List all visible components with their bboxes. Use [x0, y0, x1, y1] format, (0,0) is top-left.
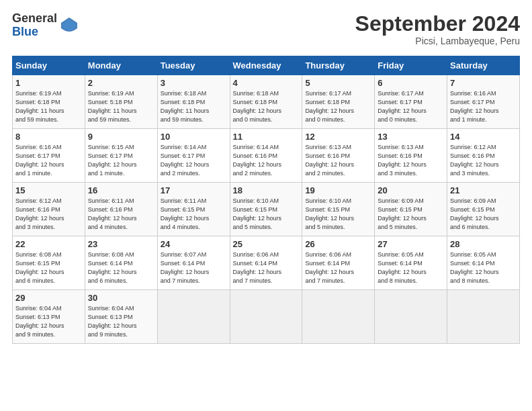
- page-header: General Blue September 2024 Picsi, Lamba…: [12, 12, 520, 46]
- day-info: Sunrise: 6:08 AM Sunset: 6:15 PM Dayligh…: [15, 250, 82, 285]
- table-row: 24Sunrise: 6:07 AM Sunset: 6:14 PM Dayli…: [157, 236, 230, 290]
- table-row: [302, 290, 375, 344]
- month-title: September 2024: [355, 12, 520, 36]
- day-number: 9: [88, 132, 154, 142]
- day-info: Sunrise: 6:05 AM Sunset: 6:14 PM Dayligh…: [378, 250, 444, 285]
- logo-icon: [60, 16, 79, 35]
- logo: General Blue: [12, 12, 79, 39]
- day-number: 24: [161, 239, 227, 249]
- day-number: 4: [233, 78, 300, 88]
- day-number: 3: [161, 78, 227, 88]
- table-row: 26Sunrise: 6:06 AM Sunset: 6:14 PM Dayli…: [302, 236, 375, 290]
- day-number: 29: [15, 293, 82, 303]
- table-row: 23Sunrise: 6:08 AM Sunset: 6:14 PM Dayli…: [85, 236, 157, 290]
- col-sunday: Sunday: [13, 56, 85, 75]
- day-number: 23: [88, 239, 154, 249]
- table-row: [157, 290, 230, 344]
- calendar-week-row: 29Sunrise: 6:04 AM Sunset: 6:13 PM Dayli…: [13, 290, 520, 344]
- day-number: 10: [161, 132, 227, 142]
- day-info: Sunrise: 6:17 AM Sunset: 6:17 PM Dayligh…: [378, 89, 444, 124]
- day-info: Sunrise: 6:06 AM Sunset: 6:14 PM Dayligh…: [233, 250, 300, 285]
- col-wednesday: Wednesday: [230, 56, 302, 75]
- day-number: 27: [378, 239, 444, 249]
- day-number: 15: [15, 185, 82, 195]
- table-row: 8Sunrise: 6:16 AM Sunset: 6:17 PM Daylig…: [13, 129, 85, 183]
- table-row: 10Sunrise: 6:14 AM Sunset: 6:17 PM Dayli…: [157, 129, 230, 183]
- table-row: 6Sunrise: 6:17 AM Sunset: 6:17 PM Daylig…: [375, 75, 447, 129]
- day-number: 8: [15, 132, 82, 142]
- table-row: 17Sunrise: 6:11 AM Sunset: 6:15 PM Dayli…: [157, 183, 230, 236]
- col-thursday: Thursday: [302, 56, 375, 75]
- table-row: 15Sunrise: 6:12 AM Sunset: 6:16 PM Dayli…: [13, 183, 85, 236]
- day-info: Sunrise: 6:05 AM Sunset: 6:14 PM Dayligh…: [450, 250, 517, 285]
- calendar-header-row: Sunday Monday Tuesday Wednesday Thursday…: [13, 56, 520, 75]
- table-row: 5Sunrise: 6:17 AM Sunset: 6:18 PM Daylig…: [302, 75, 375, 129]
- day-info: Sunrise: 6:09 AM Sunset: 6:15 PM Dayligh…: [450, 197, 517, 232]
- day-info: Sunrise: 6:04 AM Sunset: 6:13 PM Dayligh…: [88, 304, 154, 339]
- day-info: Sunrise: 6:13 AM Sunset: 6:16 PM Dayligh…: [305, 143, 371, 178]
- day-number: 20: [378, 185, 444, 195]
- table-row: 28Sunrise: 6:05 AM Sunset: 6:14 PM Dayli…: [447, 236, 520, 290]
- day-info: Sunrise: 6:14 AM Sunset: 6:17 PM Dayligh…: [161, 143, 227, 178]
- day-number: 14: [450, 132, 517, 142]
- day-info: Sunrise: 6:10 AM Sunset: 6:15 PM Dayligh…: [305, 197, 371, 232]
- logo-blue-text: Blue: [12, 26, 57, 39]
- day-number: 25: [233, 239, 300, 249]
- day-info: Sunrise: 6:19 AM Sunset: 6:18 PM Dayligh…: [15, 89, 82, 124]
- table-row: 21Sunrise: 6:09 AM Sunset: 6:15 PM Dayli…: [447, 183, 520, 236]
- table-row: [230, 290, 302, 344]
- table-row: 4Sunrise: 6:18 AM Sunset: 6:18 PM Daylig…: [230, 75, 302, 129]
- day-number: 12: [305, 132, 371, 142]
- table-row: 27Sunrise: 6:05 AM Sunset: 6:14 PM Dayli…: [375, 236, 447, 290]
- day-number: 5: [305, 78, 371, 88]
- day-info: Sunrise: 6:19 AM Sunset: 5:18 PM Dayligh…: [88, 89, 154, 124]
- day-info: Sunrise: 6:17 AM Sunset: 6:18 PM Dayligh…: [305, 89, 371, 124]
- table-row: 29Sunrise: 6:04 AM Sunset: 6:13 PM Dayli…: [13, 290, 85, 344]
- table-row: 3Sunrise: 6:18 AM Sunset: 6:18 PM Daylig…: [157, 75, 230, 129]
- table-row: 2Sunrise: 6:19 AM Sunset: 5:18 PM Daylig…: [85, 75, 157, 129]
- table-row: [447, 290, 520, 344]
- day-number: 30: [88, 293, 154, 303]
- table-row: 13Sunrise: 6:13 AM Sunset: 6:16 PM Dayli…: [375, 129, 447, 183]
- calendar-week-row: 15Sunrise: 6:12 AM Sunset: 6:16 PM Dayli…: [13, 183, 520, 236]
- day-info: Sunrise: 6:04 AM Sunset: 6:13 PM Dayligh…: [15, 304, 82, 339]
- table-row: 11Sunrise: 6:14 AM Sunset: 6:16 PM Dayli…: [230, 129, 302, 183]
- day-number: 21: [450, 185, 517, 195]
- calendar-table: Sunday Monday Tuesday Wednesday Thursday…: [12, 56, 520, 344]
- day-info: Sunrise: 6:08 AM Sunset: 6:14 PM Dayligh…: [88, 250, 154, 285]
- table-row: 18Sunrise: 6:10 AM Sunset: 6:15 PM Dayli…: [230, 183, 302, 236]
- calendar-week-row: 1Sunrise: 6:19 AM Sunset: 6:18 PM Daylig…: [13, 75, 520, 129]
- day-number: 18: [233, 185, 300, 195]
- table-row: 7Sunrise: 6:16 AM Sunset: 6:17 PM Daylig…: [447, 75, 520, 129]
- table-row: 30Sunrise: 6:04 AM Sunset: 6:13 PM Dayli…: [85, 290, 157, 344]
- col-saturday: Saturday: [447, 56, 520, 75]
- title-block: September 2024 Picsi, Lambayeque, Peru: [355, 12, 520, 46]
- subtitle: Picsi, Lambayeque, Peru: [355, 36, 520, 46]
- table-row: 20Sunrise: 6:09 AM Sunset: 6:15 PM Dayli…: [375, 183, 447, 236]
- day-info: Sunrise: 6:11 AM Sunset: 6:15 PM Dayligh…: [161, 197, 227, 232]
- day-info: Sunrise: 6:15 AM Sunset: 6:17 PM Dayligh…: [88, 143, 154, 178]
- col-friday: Friday: [375, 56, 447, 75]
- day-number: 22: [15, 239, 82, 249]
- day-info: Sunrise: 6:12 AM Sunset: 6:16 PM Dayligh…: [15, 197, 82, 232]
- day-info: Sunrise: 6:14 AM Sunset: 6:16 PM Dayligh…: [233, 143, 300, 178]
- day-info: Sunrise: 6:11 AM Sunset: 6:16 PM Dayligh…: [88, 197, 154, 232]
- table-row: 14Sunrise: 6:12 AM Sunset: 6:16 PM Dayli…: [447, 129, 520, 183]
- table-row: 9Sunrise: 6:15 AM Sunset: 6:17 PM Daylig…: [85, 129, 157, 183]
- table-row: 19Sunrise: 6:10 AM Sunset: 6:15 PM Dayli…: [302, 183, 375, 236]
- day-number: 1: [15, 78, 82, 88]
- table-row: 1Sunrise: 6:19 AM Sunset: 6:18 PM Daylig…: [13, 75, 85, 129]
- day-info: Sunrise: 6:06 AM Sunset: 6:14 PM Dayligh…: [305, 250, 371, 285]
- day-number: 16: [88, 185, 154, 195]
- day-info: Sunrise: 6:13 AM Sunset: 6:16 PM Dayligh…: [378, 143, 444, 178]
- day-info: Sunrise: 6:12 AM Sunset: 6:16 PM Dayligh…: [450, 143, 517, 178]
- day-info: Sunrise: 6:10 AM Sunset: 6:15 PM Dayligh…: [233, 197, 300, 232]
- day-number: 7: [450, 78, 517, 88]
- table-row: 12Sunrise: 6:13 AM Sunset: 6:16 PM Dayli…: [302, 129, 375, 183]
- day-info: Sunrise: 6:18 AM Sunset: 6:18 PM Dayligh…: [233, 89, 300, 124]
- day-number: 6: [378, 78, 444, 88]
- calendar-body: 1Sunrise: 6:19 AM Sunset: 6:18 PM Daylig…: [13, 75, 520, 344]
- day-number: 19: [305, 185, 371, 195]
- col-tuesday: Tuesday: [157, 56, 230, 75]
- day-number: 2: [88, 78, 154, 88]
